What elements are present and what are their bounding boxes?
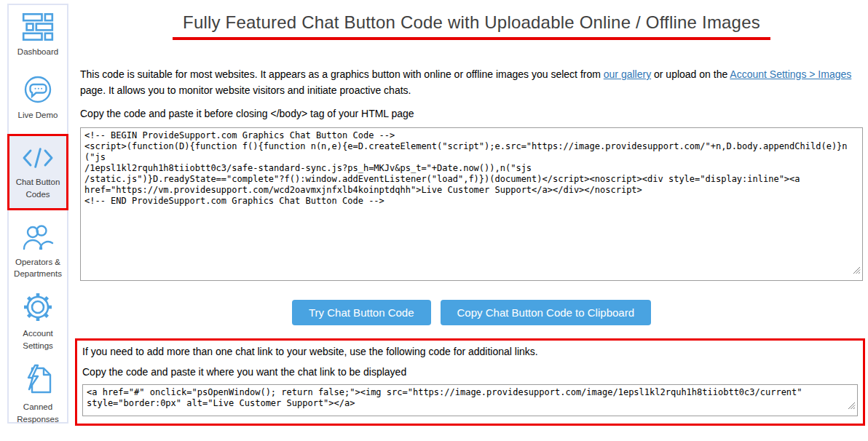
sidebar-item-label: Chat Button Codes [9,176,66,200]
sidebar-item-live-demo[interactable]: Live Demo [9,74,67,122]
sidebar-item-chat-button-codes[interactable]: Chat Button Codes [7,134,68,210]
additional-copy-instruction: Copy the code and paste it where you wan… [82,366,858,378]
primary-code-textarea[interactable]: <!-- BEGIN ProvideSupport.com Graphics C… [80,127,863,281]
account-settings-images-link[interactable]: Account Settings > Images [730,68,851,80]
primary-code-container: <!-- BEGIN ProvideSupport.com Graphics C… [80,127,863,281]
canned-responses-icon [22,363,54,397]
code-icon [21,144,55,172]
additional-links-text: If you need to add more than one chat li… [82,346,858,357]
copy-instruction: Copy the code and paste it before closin… [80,108,863,119]
additional-code-container: <a href="#" onclick="psOpenWindow(); ret… [82,384,858,416]
additional-code-textarea[interactable]: <a href="#" onclick="psOpenWindow(); ret… [82,384,858,416]
copy-chat-button-code-button[interactable]: Copy Chat Button Code to Clipboard [441,300,651,325]
sidebar-item-label: Account Settings [9,327,67,351]
dashboard-icon [22,12,54,41]
sidebar-item-account-settings[interactable]: Account Settings [9,291,67,351]
live-demo-icon [23,74,53,105]
sidebar: Dashboard Live Demo Chat Button Codes [7,4,68,424]
operators-icon [22,223,54,252]
sidebar-item-operators-departments[interactable]: Operators & Departments [9,223,67,280]
intro-text-1: This code is suitable for most websites.… [80,68,604,80]
sidebar-item-label: Operators & Departments [9,256,67,280]
resize-grip-icon[interactable] [853,264,861,277]
resize-grip-icon[interactable] [848,400,856,413]
main-content: Fully Featured Chat Button Code with Upl… [80,0,863,426]
intro-text-3: page. It allows you to monitor website v… [80,84,411,96]
additional-links-section: If you need to add more than one chat li… [75,338,865,426]
sidebar-item-canned-responses[interactable]: Canned Responses [9,363,67,425]
our-gallery-link[interactable]: our gallery [604,68,651,80]
sidebar-item-label: Live Demo [17,109,60,122]
sidebar-item-label: Canned Responses [9,401,67,425]
gear-icon [22,291,54,323]
intro-text-2: or upload on the [651,68,730,80]
intro-paragraph: This code is suitable for most websites.… [80,67,863,98]
action-buttons: Try Chat Button Code Copy Chat Button Co… [80,300,863,325]
sidebar-item-label: Dashboard [16,46,60,58]
try-chat-button-code-button[interactable]: Try Chat Button Code [292,300,431,325]
page-title: Fully Featured Chat Button Code with Upl… [173,12,770,40]
sidebar-item-dashboard[interactable]: Dashboard [9,12,67,58]
